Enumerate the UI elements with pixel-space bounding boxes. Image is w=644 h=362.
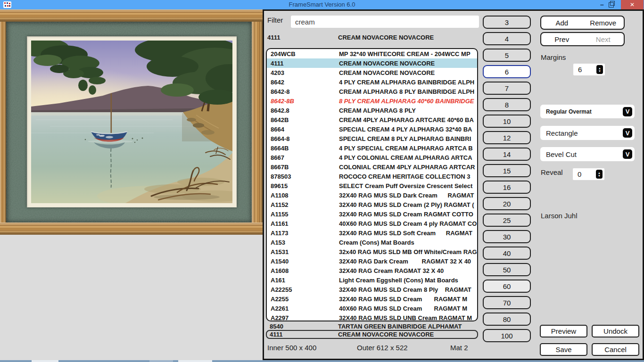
size-button-25[interactable]: 25 bbox=[483, 214, 531, 227]
list-item-A2297[interactable]: A229732X40 RAG MUS SLD UNB Cream RAGMAT … bbox=[267, 313, 477, 321]
size-button-3[interactable]: 3 bbox=[483, 16, 531, 29]
taskbar-strip[interactable] bbox=[0, 360, 644, 362]
item-desc: ROCOCO CREAM HERITAGE COLLECTION 3 bbox=[339, 173, 477, 180]
size-button-60[interactable]: 60 bbox=[483, 280, 531, 293]
item-code: A2297 bbox=[271, 314, 339, 321]
list-item-A1173[interactable]: A117332X40 RAG MUS SLD Soft Cream RAGMAT bbox=[267, 228, 477, 238]
prev-button[interactable]: Prev bbox=[541, 33, 583, 45]
prev-next-group: Prev Next bbox=[540, 32, 625, 46]
spinner-down-icon[interactable]: ▼ bbox=[598, 70, 601, 73]
list-item-A1540[interactable]: A154032X40 RAG Dark Cream RAGMAT 32 X 40 bbox=[267, 256, 477, 266]
remove-button[interactable]: Remove bbox=[583, 16, 624, 29]
spinner-down-icon[interactable]: ▼ bbox=[598, 174, 601, 177]
reveal-label: Reveal bbox=[541, 168, 563, 176]
list-item-A153[interactable]: A153Cream (Cons) Mat Boards bbox=[267, 238, 477, 247]
list-item-A1531[interactable]: A153132x40 RAG MUS SLD MB Off White/Crea… bbox=[267, 247, 477, 256]
margins-stepper[interactable]: ▲ ▼ bbox=[596, 65, 603, 74]
list-item-89615[interactable]: 89615SELECT Cream Puff Oversize Crescent… bbox=[267, 181, 477, 190]
item-desc: CREAM ALPHARAG 8 PLY bbox=[339, 107, 477, 114]
restore-icon[interactable] bbox=[605, 0, 617, 9]
dropdown-arrow-icon[interactable]: V bbox=[623, 149, 632, 159]
add-button[interactable]: Add bbox=[541, 16, 583, 29]
size-button-16[interactable]: 16 bbox=[483, 181, 531, 194]
opening-shape-dropdown[interactable]: Rectangle V bbox=[540, 126, 635, 140]
list-item-A1608[interactable]: A160832X40 RAG Cream RAGMAT 32 X 40 bbox=[267, 266, 477, 275]
size-button-50[interactable]: 50 bbox=[483, 263, 531, 276]
reveal-spinner: 0 ▲ ▼ bbox=[573, 168, 604, 180]
mat-slot-2-selected[interactable]: 4111 CREAM NOVACORE NOVACORE bbox=[266, 330, 478, 339]
list-item-A1155[interactable]: A115532X40 RAG MUS SLD Cream RAGMAT COTT… bbox=[267, 209, 477, 219]
size-button-70[interactable]: 70 bbox=[483, 296, 531, 309]
cut-type-dropdown[interactable]: Bevel Cut V bbox=[540, 147, 635, 161]
overmat-type-dropdown[interactable]: Regular Overmat V bbox=[540, 105, 635, 118]
list-item-A161[interactable]: A161Light Cream Eggshell (Cons) Mat Boar… bbox=[267, 275, 477, 285]
item-code: A1173 bbox=[271, 230, 339, 237]
list-item-4111[interactable]: 4111CREAM NOVACORE NOVACORE bbox=[267, 58, 477, 68]
list-item-A2261[interactable]: A226140X60 RAG MUS SLD Cream RAGMAT M bbox=[267, 304, 477, 313]
taskbar-item[interactable] bbox=[149, 360, 173, 362]
cut-type-value: Bevel Cut bbox=[540, 150, 623, 158]
reveal-stepper[interactable]: ▲ ▼ bbox=[596, 170, 603, 179]
item-code: 4111 bbox=[271, 60, 339, 67]
list-item-204WCB[interactable]: 204WCBMP 32*40 WHITECORE CREAM - 204WCC … bbox=[267, 49, 477, 58]
list-item-8642-8[interactable]: 8642-8CREAM ALPHARAG 8 PLY BAINBRIDGE AL… bbox=[267, 87, 477, 96]
list-item-A22255[interactable]: A2225532X40 RAG MUS SLD Cream 8 Ply RAGM… bbox=[267, 285, 477, 294]
item-code: 878503 bbox=[271, 173, 339, 180]
size-button-7[interactable]: 7 bbox=[483, 82, 531, 95]
frame-rail-bottom bbox=[0, 222, 263, 235]
size-button-100[interactable]: 100 bbox=[483, 329, 531, 342]
size-button-20[interactable]: 20 bbox=[483, 197, 531, 210]
matboard-list[interactable]: 204WCBMP 32*40 WHITECORE CREAM - 204WCC … bbox=[266, 48, 478, 321]
taskbar-item[interactable] bbox=[178, 360, 212, 362]
cancel-button[interactable]: Cancel bbox=[592, 343, 639, 356]
size-button-10[interactable]: 10 bbox=[483, 115, 531, 128]
list-item-8667B[interactable]: 8667BCOLONIAL CREAM 4PLY ALPHARAG ARTCAR bbox=[267, 162, 477, 172]
list-item-8664-8[interactable]: 8664-8SPECIAL CREAM 8 PLY ALPHARAG BAINB… bbox=[267, 134, 477, 143]
item-desc: Light Cream Eggshell (Cons) Mat Boards bbox=[339, 277, 477, 284]
list-item-8667[interactable]: 86674 PLY COLONIAL CREAM ALPHARAG ARTCA bbox=[267, 153, 477, 162]
list-item-A1108[interactable]: A110832X40 RAG MUS SLD Dark Cream RAGMAT bbox=[267, 190, 477, 200]
taskbar-item[interactable] bbox=[32, 360, 58, 362]
list-item-A1161[interactable]: A116140X60 RAG MUS SLD Cream 4 ply RAGMA… bbox=[267, 219, 477, 228]
mat-slot-1[interactable]: 8540 TARTAN GREEN BAINBRIDGE ALPHAMAT bbox=[266, 322, 478, 330]
next-button[interactable]: Next bbox=[583, 33, 624, 45]
mat2-desc: CREAM NOVACORE NOVACORE bbox=[338, 331, 477, 338]
framed-artwork-preview[interactable] bbox=[0, 9, 263, 235]
list-item-8642[interactable]: 86424 PLY CREAM ALPHARAG BAINBRIDGE ALPH bbox=[267, 77, 477, 87]
size-button-15[interactable]: 15 bbox=[483, 164, 531, 177]
size-button-6[interactable]: 6 bbox=[483, 65, 531, 78]
frame-rail-top bbox=[0, 9, 263, 22]
save-button[interactable]: Save bbox=[540, 343, 587, 356]
item-desc: SPECIAL CREAM 8 PLY ALPHARAG BAINBRI bbox=[339, 135, 477, 142]
item-desc: CREAM ALPHARAG 8 PLY BAINBRIDGE ALPH bbox=[339, 88, 477, 95]
size-button-14[interactable]: 14 bbox=[483, 148, 531, 161]
size-button-8[interactable]: 8 bbox=[483, 98, 531, 111]
size-button-30[interactable]: 30 bbox=[483, 230, 531, 243]
list-item-8642.8[interactable]: 8642.8CREAM ALPHARAG 8 PLY bbox=[267, 106, 477, 115]
list-item-A1152[interactable]: A115232X40 RAG MUS SLD Cream (2 Ply) RAG… bbox=[267, 200, 477, 209]
list-item-8642B[interactable]: 8642BCREAM 4PLY ALPHARAG ARTCARE 40*60 B… bbox=[267, 115, 477, 124]
size-button-40[interactable]: 40 bbox=[483, 247, 531, 260]
dropdown-arrow-icon[interactable]: V bbox=[623, 128, 632, 138]
size-button-80[interactable]: 80 bbox=[483, 313, 531, 326]
list-item-A2255[interactable]: A225532X40 RAG MUS SLD Cream RAGMAT M bbox=[267, 294, 477, 304]
filter-input[interactable] bbox=[291, 16, 479, 28]
list-item-8664B[interactable]: 8664B4 PLY SPECIAL CREAM ALPHARAG ARTCA … bbox=[267, 143, 477, 153]
preview-button[interactable]: Preview bbox=[540, 325, 587, 337]
list-item-8664[interactable]: 8664SPECIAL CREAM 4 PLY ALPHARAG 32*40 B… bbox=[267, 124, 477, 134]
close-icon[interactable]: ✕ bbox=[621, 0, 644, 9]
dropdown-arrow-icon[interactable]: V bbox=[623, 107, 632, 116]
item-desc: 4 PLY CREAM ALPHARAG BAINBRIDGE ALPH bbox=[339, 79, 477, 86]
item-desc: 4 PLY SPECIAL CREAM ALPHARAG ARTCA B bbox=[339, 145, 477, 152]
size-button-4[interactable]: 4 bbox=[483, 32, 531, 45]
list-item-878503[interactable]: 878503ROCOCO CREAM HERITAGE COLLECTION 3 bbox=[267, 172, 477, 181]
list-item-4203[interactable]: 4203CREAM NOVACORE NOVACORE bbox=[267, 68, 477, 77]
size-button-12[interactable]: 12 bbox=[483, 131, 531, 144]
item-desc: 32X40 RAG MUS SLD Cream RAGMAT COTTO bbox=[339, 211, 477, 218]
reveal-value[interactable]: 0 bbox=[573, 170, 596, 178]
undock-button[interactable]: Undock bbox=[592, 325, 639, 337]
margins-value[interactable]: 6 bbox=[573, 66, 596, 74]
size-button-5[interactable]: 5 bbox=[483, 49, 531, 62]
list-item-8642-8B[interactable]: 8642-8B8 PLY CREAM ALPHARAG 40*60 BAINBR… bbox=[267, 96, 477, 106]
opening-shape-value: Rectangle bbox=[540, 129, 623, 137]
